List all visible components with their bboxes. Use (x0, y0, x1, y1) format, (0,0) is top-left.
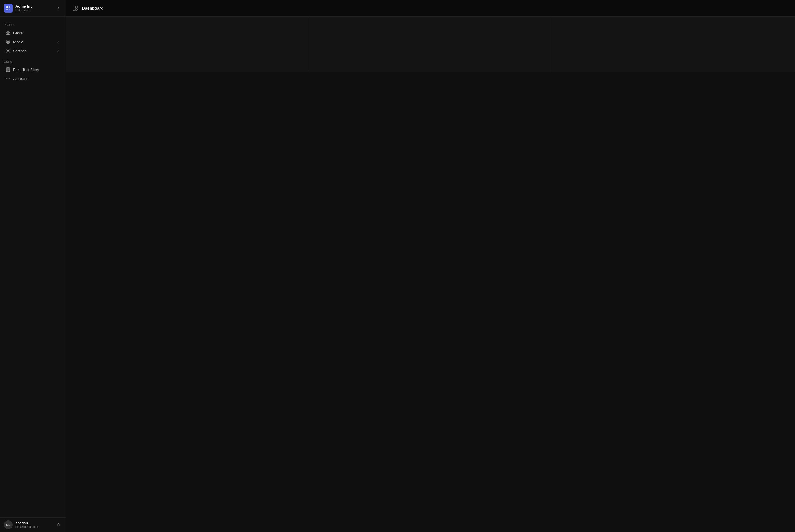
svg-rect-1 (8, 6, 10, 8)
sidebar-header: Acme Inc Enterprise (0, 0, 66, 17)
svg-rect-4 (6, 31, 8, 33)
sidebar-item-create[interactable]: Create (2, 28, 64, 37)
layout-toggle-button[interactable] (72, 5, 79, 12)
svg-rect-24 (75, 8, 77, 11)
sidebar-content: Platform Create (0, 17, 66, 517)
brand-subtitle: Enterprise (15, 8, 33, 12)
settings-label: Settings (13, 49, 27, 53)
user-info[interactable]: CN shadcn m@example.com (4, 520, 39, 529)
svg-point-19 (6, 78, 7, 79)
dashboard-card-3 (552, 17, 795, 72)
sidebar-item-all-drafts[interactable]: All Drafts (2, 74, 64, 83)
svg-rect-7 (8, 33, 10, 35)
svg-rect-0 (6, 6, 8, 8)
svg-rect-3 (8, 8, 10, 10)
brand-text: Acme Inc Enterprise (15, 4, 33, 12)
user-avatar: CN (4, 520, 13, 529)
svg-rect-2 (6, 8, 8, 10)
svg-point-21 (9, 78, 10, 79)
svg-point-9 (7, 41, 9, 43)
sidebar-item-fake-text-story[interactable]: Fake Text Story (2, 65, 64, 74)
page-title: Dashboard (82, 6, 103, 11)
sidebar-footer: CN shadcn m@example.com (0, 517, 66, 532)
svg-rect-23 (75, 6, 77, 8)
sidebar-item-settings[interactable]: Settings (2, 46, 64, 55)
create-icon (5, 30, 11, 35)
svg-point-14 (7, 50, 8, 52)
fake-text-story-label: Fake Text Story (13, 68, 39, 72)
svg-rect-6 (6, 33, 8, 35)
brand-name: Acme Inc (15, 4, 33, 9)
media-label: Media (13, 40, 23, 44)
platform-section-label: Platform (0, 19, 66, 28)
settings-icon (5, 49, 11, 53)
svg-point-20 (8, 78, 8, 79)
user-details: shadcn m@example.com (15, 521, 39, 529)
dashboard-card-1 (66, 17, 309, 72)
dashboard-card-2 (309, 17, 552, 72)
main-header: Dashboard (66, 0, 795, 17)
dashboard-bottom-panel (66, 72, 795, 532)
create-label: Create (13, 31, 24, 35)
drafts-section-label: Drafts (0, 56, 66, 65)
svg-rect-5 (8, 31, 10, 33)
brand[interactable]: Acme Inc Enterprise (4, 4, 33, 13)
user-name: shadcn (15, 521, 39, 526)
media-chevron-icon (56, 40, 60, 44)
main-content: Dashboard (66, 0, 795, 532)
user-menu-toggle-button[interactable] (55, 521, 62, 528)
media-icon (5, 39, 11, 44)
sidebar-item-media[interactable]: Media (2, 37, 64, 46)
user-email: m@example.com (15, 525, 39, 529)
all-drafts-label: All Drafts (13, 77, 29, 81)
dashboard-grid (66, 17, 795, 532)
more-icon (5, 76, 11, 81)
brand-icon (4, 4, 13, 13)
settings-chevron-icon (56, 49, 60, 53)
svg-rect-22 (73, 6, 75, 11)
story-icon (5, 67, 11, 72)
sidebar: Acme Inc Enterprise Platform (0, 0, 66, 532)
sidebar-toggle-button[interactable] (55, 5, 62, 12)
